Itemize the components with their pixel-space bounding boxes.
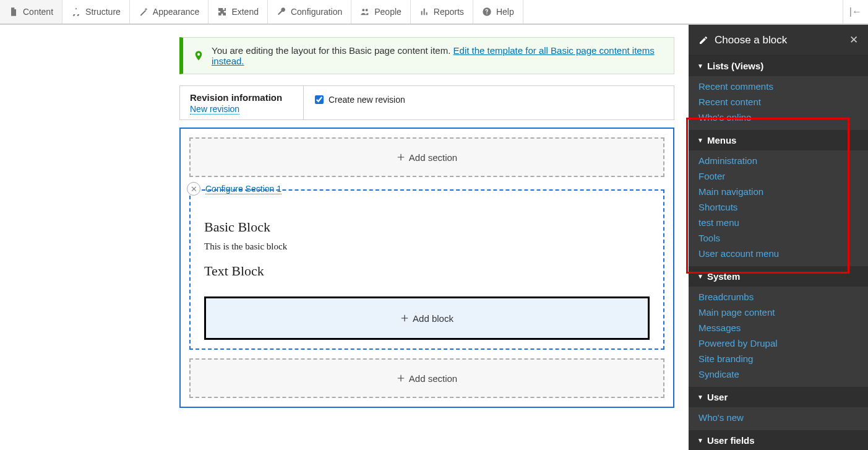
block-link[interactable]: Main navigation [689,184,868,199]
toolbar-configuration[interactable]: Configuration [268,0,351,24]
revision-subtitle: New revision [190,104,239,115]
block-link[interactable]: Breadcrumbs [689,289,868,305]
offcanvas-title: Choose a block [715,34,787,46]
toolbar-reports[interactable]: Reports [411,0,473,24]
structure-icon [71,7,81,17]
plus-icon [397,374,405,383]
offcanvas-header: Choose a block ✕ [689,25,868,56]
wrench-icon [277,7,286,17]
layout-canvas: Add section ✕ Configure Section 1 Basic … [179,128,674,408]
category-user-fields[interactable]: User fields [689,430,868,450]
block-link[interactable]: User account menu [689,246,868,261]
category-links: AdministrationFooterMain navigationShort… [689,150,868,266]
toolbar-help[interactable]: Help [473,0,523,24]
category-links: Recent commentsRecent contentWho's onlin… [689,76,868,130]
block-link[interactable]: test menu [689,215,868,230]
category-lists-views-[interactable]: Lists (Views) [689,56,868,76]
configure-section-link[interactable]: Configure Section 1 [205,184,281,194]
block-title: Text Block [204,263,650,279]
block-link[interactable]: Footer [689,168,868,184]
toolbar-people[interactable]: People [351,0,411,24]
block-link[interactable]: Main page content [689,305,868,320]
add-section-top[interactable]: Add section [189,137,664,177]
wand-icon [139,7,148,17]
pin-icon [193,50,204,61]
block-body: This is the basic block [204,241,650,252]
toolbar-content[interactable]: Content [0,0,62,24]
category-menus[interactable]: Menus [689,130,868,150]
block-link[interactable]: Recent content [689,94,868,110]
create-revision-label: Create new revision [329,95,405,105]
block-link[interactable]: Powered by Drupal [689,335,868,351]
toolbar-extend[interactable]: Extend [208,0,268,24]
admin-toolbar: ContentStructureAppearanceExtendConfigur… [0,0,868,25]
remove-section-button[interactable]: ✕ [187,182,200,196]
reports-icon [419,7,429,17]
puzzle-icon [217,7,227,17]
revision-title: Revision information [190,92,293,103]
status-message: You are editing the layout for this Basi… [179,37,674,74]
add-section-bottom[interactable]: Add section [189,358,664,398]
status-text: You are editing the layout for this Basi… [212,45,664,66]
pencil-icon [698,35,708,45]
category-links: BreadcrumbsMain page contentMessagesPowe… [689,287,868,387]
people-icon [360,7,370,17]
block-link[interactable]: Syndicate [689,366,868,382]
block-link[interactable]: Administration [689,153,868,168]
plus-icon [400,314,409,322]
revision-box: Revision information New revision Create… [179,85,674,120]
block-link[interactable]: Recent comments [689,79,868,94]
offcanvas-panel: Choose a block ✕ Lists (Views)Recent com… [689,25,868,450]
block-link[interactable]: Tools [689,230,868,246]
block-1[interactable]: Text Block [204,263,650,279]
block-link[interactable]: Messages [689,320,868,335]
revision-tab[interactable]: Revision information New revision [180,86,304,119]
block-0[interactable]: Basic BlockThis is the basic block [204,219,650,252]
toolbar-structure[interactable]: Structure [62,0,130,24]
plus-icon [397,153,405,162]
add-block-button[interactable]: Add block [204,296,650,340]
block-link[interactable]: Shortcuts [689,199,868,215]
create-revision-checkbox[interactable] [315,95,324,104]
file-icon [9,7,19,17]
toolbar-appearance[interactable]: Appearance [130,0,209,24]
toolbar-toggle[interactable]: |← [843,0,868,24]
help-icon [482,7,492,17]
category-system[interactable]: System [689,266,868,287]
block-link[interactable]: Site branding [689,351,868,366]
block-title: Basic Block [204,219,650,235]
category-links: Who's new [689,407,868,430]
category-user[interactable]: User [689,387,868,407]
section-1: ✕ Configure Section 1 Basic BlockThis is… [189,189,664,350]
close-icon[interactable]: ✕ [849,33,858,46]
block-link[interactable]: Who's online [689,110,868,125]
block-link[interactable]: Who's new [689,410,868,425]
